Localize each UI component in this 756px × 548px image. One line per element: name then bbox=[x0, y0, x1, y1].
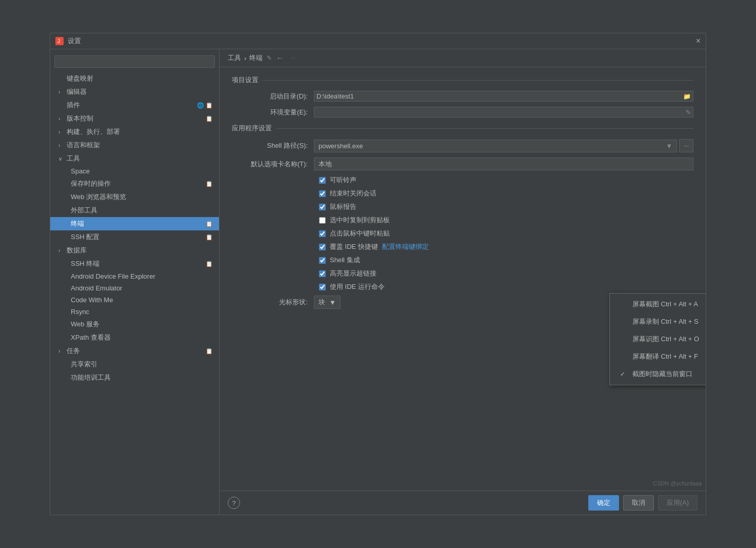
popup-item-label: 屏幕录制 Ctrl + Alt + S bbox=[632, 317, 699, 326]
popup-item-screenshot[interactable]: 屏幕截图 Ctrl + Alt + A bbox=[610, 296, 706, 313]
env-edit-icon[interactable]: ✎ bbox=[686, 109, 691, 116]
cursor-select[interactable]: 块 ▼ bbox=[314, 296, 341, 309]
sidebar-item-lang[interactable]: › 语言和框架 bbox=[50, 139, 219, 152]
sidebar-badge: 📋 bbox=[206, 234, 213, 241]
sidebar-item-ssh-config[interactable]: SSH 配置 📋 bbox=[50, 230, 219, 244]
sidebar-item-label: 共享索引 bbox=[71, 360, 213, 369]
sidebar-item-shared-index[interactable]: 共享索引 bbox=[50, 358, 219, 371]
sidebar-item-keyboard[interactable]: 键盘映射 bbox=[50, 72, 219, 85]
breadcrumb-tools: 工具 bbox=[228, 53, 241, 63]
sidebar-badge: 📋 bbox=[206, 348, 213, 355]
checkbox-override-ide[interactable] bbox=[319, 244, 326, 250]
sidebar-item-label: Web 服务 bbox=[71, 320, 213, 329]
sidebar-item-external-tools[interactable]: 外部工具 bbox=[50, 204, 219, 217]
sidebar-item-tools[interactable]: ∨ 工具 bbox=[50, 152, 219, 165]
shell-path-dropdown[interactable]: powershell.exe ▼ bbox=[314, 140, 677, 152]
checkbox-paste-middle[interactable] bbox=[319, 230, 326, 237]
sidebar-badge: 📋 bbox=[206, 115, 213, 122]
env-vars-row: 环境变量(E): ✎ bbox=[232, 107, 693, 118]
checkbox-shell-integration[interactable] bbox=[319, 257, 326, 264]
popup-item-label: 截图时隐藏当前窗口 bbox=[632, 369, 692, 379]
checkbox-mouse-report[interactable] bbox=[319, 204, 326, 210]
checkbox-use-ide-cmd[interactable] bbox=[319, 284, 326, 290]
sidebar-item-tasks[interactable]: › 任务 📋 bbox=[50, 344, 219, 358]
nav-back-button[interactable]: ← bbox=[276, 53, 284, 63]
popup-item-label: 屏幕截图 Ctrl + Alt + A bbox=[632, 300, 698, 309]
startup-dir-input[interactable] bbox=[316, 92, 681, 100]
startup-dir-label: 启动目录(D): bbox=[232, 92, 314, 101]
project-settings-section: 项目设置 bbox=[232, 75, 693, 85]
checkbox-close-label: 结束时关闭会话 bbox=[330, 189, 376, 198]
sidebar-item-label: Rsync bbox=[71, 308, 213, 316]
sidebar-item-save-actions[interactable]: 保存时的操作 📋 bbox=[50, 177, 219, 190]
close-button[interactable]: × bbox=[696, 37, 701, 45]
sidebar-item-space[interactable]: Space bbox=[50, 165, 219, 177]
cursor-dropdown-arrow: ▼ bbox=[329, 299, 336, 306]
checkbox-sound[interactable] bbox=[319, 177, 326, 184]
app-settings-section: 应用程序设置 bbox=[232, 124, 693, 133]
checkbox-highlight-links[interactable] bbox=[319, 270, 326, 277]
sidebar-item-build[interactable]: › 构建、执行、部署 bbox=[50, 125, 219, 139]
cursor-label: 光标形状: bbox=[232, 298, 314, 307]
sidebar-item-vcs[interactable]: › 版本控制 📋 bbox=[50, 112, 219, 125]
configure-link[interactable]: 配置终端键绑定 bbox=[382, 242, 429, 251]
sidebar-item-label: XPath 查看器 bbox=[71, 333, 213, 342]
checkbox-cmd-label: 使用 IDE 运行命令 bbox=[330, 282, 385, 291]
settings-content: 项目设置 启动目录(D): 📁 环境变量(E): ✎ bbox=[220, 67, 706, 491]
checkbox-copy-select[interactable] bbox=[319, 217, 326, 224]
default-tab-label: 默认选项卡名称(T): bbox=[232, 160, 314, 169]
env-vars-input[interactable] bbox=[316, 108, 684, 116]
checkbox-mouse-label: 鼠标报告 bbox=[330, 202, 356, 211]
dialog-title: 设置 bbox=[68, 36, 81, 46]
sidebar-item-editor[interactable]: › 编辑器 bbox=[50, 85, 219, 99]
sidebar-item-label: 构建、执行、部署 bbox=[67, 127, 213, 136]
content-area: 键盘映射 › 编辑器 插件 🌐 📋 › 版本控制 📋 › 构建、执行、部署 bbox=[50, 49, 706, 515]
checkbox-shell-label: Shell 集成 bbox=[330, 256, 360, 265]
help-button[interactable]: ? bbox=[228, 497, 240, 509]
sidebar-item-terminal[interactable]: 终端 📋 bbox=[50, 217, 219, 230]
popup-item-hide-window[interactable]: ✓ 截图时隐藏当前窗口 bbox=[610, 365, 706, 383]
sidebar-item-code-with-me[interactable]: Code With Me bbox=[50, 294, 219, 306]
startup-dir-field[interactable]: 📁 bbox=[314, 91, 693, 102]
sidebar-item-ssh-terminal[interactable]: SSH 终端 📋 bbox=[50, 257, 219, 270]
popup-item-label: 屏幕识图 Ctrl + Alt + O bbox=[632, 335, 699, 344]
expand-icon: › bbox=[58, 143, 65, 148]
breadcrumb-edit-icon[interactable]: ✎ bbox=[267, 54, 272, 62]
breadcrumb-terminal: 终端 bbox=[249, 53, 263, 63]
ok-button[interactable]: 确定 bbox=[588, 495, 619, 511]
popup-menu: 屏幕截图 Ctrl + Alt + A 屏幕录制 Ctrl + Alt + S … bbox=[609, 293, 706, 385]
shell-path-extra-button[interactable]: ··· bbox=[679, 139, 693, 152]
popup-item-record[interactable]: 屏幕录制 Ctrl + Alt + S bbox=[610, 313, 706, 330]
cancel-button[interactable]: 取消 bbox=[623, 495, 654, 511]
shell-path-label: Shell 路径(S): bbox=[232, 141, 314, 150]
apply-button[interactable]: 应用(A) bbox=[658, 495, 698, 511]
folder-icon[interactable]: 📁 bbox=[683, 93, 691, 100]
search-box[interactable] bbox=[54, 55, 215, 68]
sidebar-item-label: 版本控制 bbox=[67, 114, 206, 123]
checkbox-close-session[interactable] bbox=[319, 190, 326, 197]
watermark: CSDN @ycfszdaaa bbox=[653, 480, 702, 486]
popup-item-translate[interactable]: 屏幕翻译 Ctrl + Alt + F bbox=[610, 348, 706, 365]
sidebar-item-web-browser[interactable]: Web 浏览器和预览 bbox=[50, 190, 219, 204]
sidebar: 键盘映射 › 编辑器 插件 🌐 📋 › 版本控制 📋 › 构建、执行、部署 bbox=[50, 49, 220, 515]
nav-forward-button[interactable]: → bbox=[288, 53, 296, 63]
env-vars-field[interactable]: ✎ bbox=[314, 107, 693, 118]
sidebar-item-xpath[interactable]: XPath 查看器 bbox=[50, 331, 219, 344]
sidebar-item-android-device[interactable]: Android Device File Explorer bbox=[50, 270, 219, 282]
checkbox-copy-row: 选中时复制到剪贴板 bbox=[319, 216, 693, 225]
sidebar-badge: 📋 bbox=[206, 181, 213, 187]
sidebar-item-rsync[interactable]: Rsync bbox=[50, 306, 219, 318]
sidebar-item-label: 功能培训工具 bbox=[71, 373, 213, 382]
checkbox-shell-row: Shell 集成 bbox=[319, 256, 693, 265]
sidebar-item-plugins[interactable]: 插件 🌐 📋 bbox=[50, 99, 219, 112]
shell-path-value: powershell.exe bbox=[319, 142, 363, 150]
popup-item-ocr[interactable]: 屏幕识图 Ctrl + Alt + O bbox=[610, 330, 706, 348]
sidebar-item-database[interactable]: › 数据库 bbox=[50, 244, 219, 257]
search-input[interactable] bbox=[54, 55, 215, 68]
sidebar-item-web-services[interactable]: Web 服务 bbox=[50, 318, 219, 331]
expand-icon: › bbox=[58, 129, 65, 135]
sidebar-item-android-emulator[interactable]: Android Emulator bbox=[50, 282, 219, 294]
sidebar-item-training[interactable]: 功能培训工具 bbox=[50, 371, 219, 384]
svg-text:J: J bbox=[57, 38, 60, 44]
default-tab-input[interactable] bbox=[314, 158, 693, 170]
